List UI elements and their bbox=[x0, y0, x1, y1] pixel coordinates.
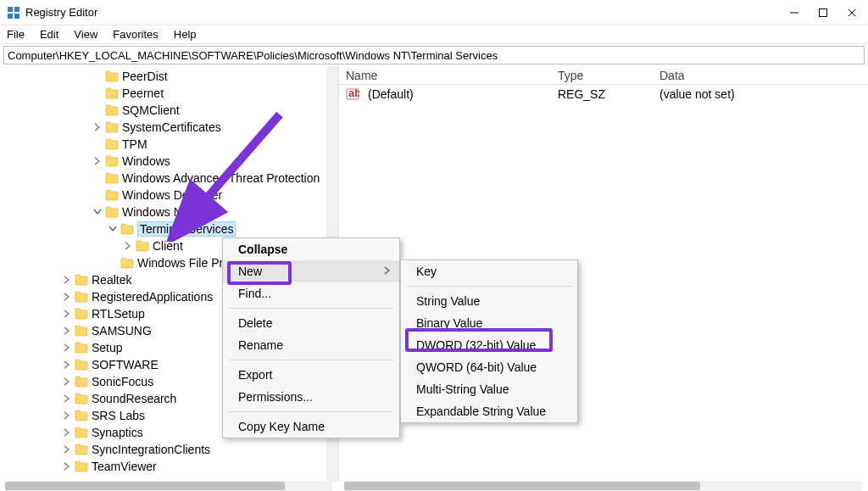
folder-icon bbox=[120, 223, 134, 235]
chevron-right-icon[interactable] bbox=[61, 308, 73, 320]
menu-item[interactable]: QWORD (64-bit) Value bbox=[401, 356, 577, 378]
tree-node[interactable]: TeamViewer bbox=[0, 458, 338, 475]
tree-node-label: Synaptics bbox=[92, 426, 143, 439]
svg-text:ab: ab bbox=[348, 87, 359, 99]
folder-icon bbox=[105, 138, 119, 150]
chevron-down-icon[interactable] bbox=[107, 223, 119, 235]
svg-rect-2 bbox=[8, 14, 13, 19]
menu-item[interactable]: Multi-String Value bbox=[401, 378, 577, 400]
folder-icon bbox=[75, 393, 88, 405]
chevron-right-icon[interactable] bbox=[61, 393, 73, 405]
menu-item[interactable]: DWORD (32-bit) Value bbox=[401, 334, 577, 356]
chevron-right-icon[interactable] bbox=[61, 342, 73, 354]
folder-icon bbox=[75, 376, 88, 388]
tree-node[interactable]: Peernet bbox=[0, 85, 338, 102]
chevron-down-icon[interactable] bbox=[92, 206, 103, 218]
svg-rect-5 bbox=[820, 8, 827, 16]
chevron-right-icon[interactable] bbox=[61, 444, 73, 455]
menu-item[interactable]: Expandable String Value bbox=[401, 400, 577, 422]
tree-node[interactable]: Windows Defender bbox=[0, 187, 338, 204]
expander-placeholder bbox=[92, 104, 103, 116]
folder-icon bbox=[120, 257, 134, 269]
string-value-icon: ab bbox=[346, 87, 359, 101]
chevron-right-icon[interactable] bbox=[61, 359, 73, 371]
menu-item[interactable]: Collapse bbox=[223, 238, 399, 260]
expander-placeholder bbox=[92, 189, 103, 201]
context-menu: CollapseNewFind...DeleteRenameExportPerm… bbox=[222, 237, 400, 438]
tree-node-label: Terminal Services bbox=[137, 221, 236, 237]
tree-node-label: SystemCertificates bbox=[122, 120, 221, 134]
folder-icon bbox=[105, 121, 119, 133]
folder-icon bbox=[75, 308, 88, 320]
chevron-right-icon[interactable] bbox=[61, 460, 73, 472]
menu-edit[interactable]: Edit bbox=[40, 28, 58, 41]
chevron-right-icon[interactable] bbox=[61, 291, 73, 303]
chevron-right-icon[interactable] bbox=[122, 240, 134, 252]
menu-item[interactable]: Rename bbox=[223, 334, 399, 356]
tree-node[interactable]: SystemCertificates bbox=[0, 119, 338, 136]
chevron-right-icon[interactable] bbox=[61, 274, 73, 286]
folder-icon bbox=[75, 427, 88, 438]
list-row[interactable]: ab(Default)REG_SZ(value not set) bbox=[339, 85, 868, 103]
tree-node[interactable]: Windows Advanced Threat Protection bbox=[0, 170, 338, 187]
tree-node[interactable]: Windows NT bbox=[0, 204, 338, 220]
app-icon bbox=[7, 6, 20, 20]
tree-scrollbar-h[interactable] bbox=[5, 481, 332, 491]
expander-placeholder bbox=[92, 87, 103, 99]
svg-rect-0 bbox=[8, 7, 13, 12]
menu-item[interactable]: Permissions... bbox=[223, 386, 399, 408]
minimize-button[interactable] bbox=[788, 7, 800, 19]
tree-node[interactable]: Terminal Services bbox=[0, 220, 338, 237]
col-name[interactable]: Name bbox=[339, 69, 551, 82]
menu-item[interactable]: New bbox=[223, 260, 399, 282]
menu-item[interactable]: String Value bbox=[401, 290, 577, 312]
chevron-right-icon[interactable] bbox=[61, 376, 73, 388]
tree-node-label: Realtek bbox=[92, 273, 131, 287]
tree-node[interactable]: TPM bbox=[0, 136, 338, 153]
tree-node-label: Client bbox=[153, 239, 183, 253]
tree-node[interactable]: SyncIntegrationClients bbox=[0, 441, 338, 458]
tree-node-label: RegisteredApplications bbox=[92, 290, 213, 304]
menu-item[interactable]: Key bbox=[401, 260, 577, 282]
list-header: Name Type Data bbox=[339, 66, 868, 85]
menu-item[interactable]: Copy Key Name bbox=[223, 416, 399, 438]
folder-icon bbox=[105, 104, 119, 116]
menu-help[interactable]: Help bbox=[174, 28, 197, 41]
chevron-right-icon[interactable] bbox=[61, 427, 73, 438]
folder-icon bbox=[136, 240, 149, 252]
tree-node-label: Windows Advanced Threat Protection bbox=[122, 171, 320, 185]
folder-icon bbox=[75, 291, 88, 303]
expander-placeholder bbox=[92, 138, 103, 150]
title-bar: Registry Editor bbox=[0, 0, 868, 25]
menu-item[interactable]: Binary Value bbox=[401, 312, 577, 334]
menu-item[interactable]: Export bbox=[223, 364, 399, 386]
col-type[interactable]: Type bbox=[551, 69, 653, 82]
address-bar[interactable]: Computer\HKEY_LOCAL_MACHINE\SOFTWARE\Pol… bbox=[3, 46, 865, 64]
col-data[interactable]: Data bbox=[653, 69, 822, 82]
folder-icon bbox=[75, 359, 88, 371]
chevron-right-icon[interactable] bbox=[92, 121, 103, 133]
svg-rect-3 bbox=[14, 14, 19, 19]
cell-type: REG_SZ bbox=[551, 87, 653, 101]
tree-node-label: Windows File Pro bbox=[137, 256, 230, 270]
maximize-button[interactable] bbox=[817, 7, 829, 19]
tree-node-label: TeamViewer bbox=[92, 460, 157, 473]
tree-node-label: Setup bbox=[92, 341, 123, 354]
tree-node[interactable]: PeerDist bbox=[0, 68, 338, 85]
cell-name: (Default) bbox=[361, 87, 551, 101]
menu-view[interactable]: View bbox=[74, 28, 97, 41]
chevron-right-icon[interactable] bbox=[61, 325, 73, 337]
close-button[interactable] bbox=[846, 7, 858, 19]
list-scrollbar-h[interactable] bbox=[344, 481, 861, 491]
chevron-right-icon[interactable] bbox=[61, 410, 73, 421]
menu-favorites[interactable]: Favorites bbox=[113, 28, 158, 41]
chevron-right-icon[interactable] bbox=[92, 155, 103, 167]
menu-file[interactable]: File bbox=[7, 28, 25, 41]
folder-icon bbox=[75, 444, 88, 455]
menu-item[interactable]: Delete bbox=[223, 312, 399, 334]
tree-node-label: SRS Labs bbox=[92, 409, 145, 422]
tree-node[interactable]: SQMClient bbox=[0, 102, 338, 119]
tree-node[interactable]: Windows bbox=[0, 153, 338, 170]
menu-item[interactable]: Find... bbox=[223, 282, 399, 304]
window-title: Registry Editor bbox=[25, 6, 97, 19]
